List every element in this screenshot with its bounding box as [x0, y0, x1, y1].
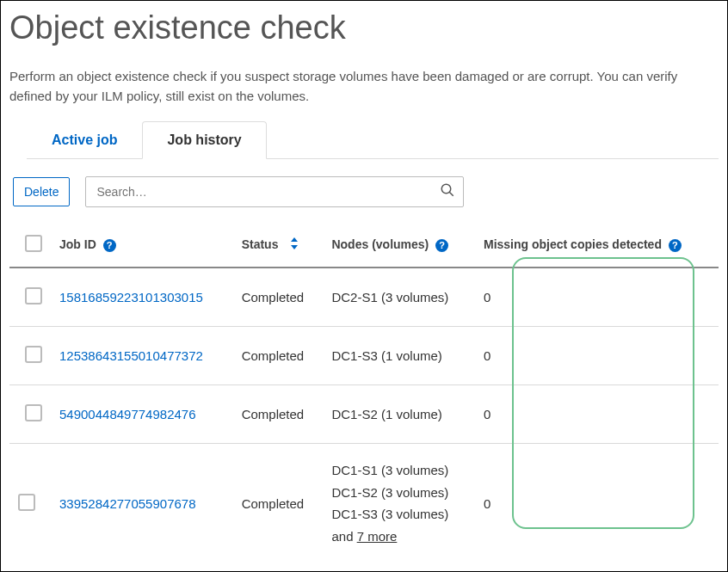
row-checkbox[interactable]: [25, 346, 42, 363]
row-checkbox[interactable]: [25, 287, 42, 304]
missing-cell: 0: [475, 327, 719, 385]
col-status[interactable]: Status: [233, 223, 324, 268]
missing-cell: 0: [475, 385, 719, 444]
table-row: 5490044849774982476CompletedDC1-S2 (1 vo…: [9, 385, 719, 444]
search-icon: [440, 182, 455, 201]
help-icon[interactable]: ?: [103, 239, 116, 252]
col-nodes[interactable]: Nodes (volumes) ?: [323, 223, 475, 268]
job-id-link[interactable]: 5490044849774982476: [59, 407, 196, 421]
nodes-cell: DC1-S3 (1 volume): [323, 327, 475, 385]
job-id-link[interactable]: 12538643155010477372: [59, 348, 203, 363]
row-checkbox[interactable]: [18, 494, 35, 511]
missing-cell: 0: [475, 444, 719, 563]
svg-point-0: [442, 184, 452, 194]
page-description: Perform an object existence check if you…: [9, 67, 719, 106]
table-row: 15816859223101303015CompletedDC2-S1 (3 v…: [9, 268, 719, 327]
page-title: Object existence check: [9, 9, 719, 46]
search-input[interactable]: [85, 176, 464, 207]
job-id-link[interactable]: 15816859223101303015: [59, 290, 203, 304]
job-history-table: Job ID ? Status Nodes (volumes) ?: [9, 223, 719, 563]
nodes-cell: DC1-S2 (1 volume): [323, 385, 475, 444]
status-cell: Completed: [233, 385, 324, 444]
nodes-cell: DC2-S1 (3 volumes): [323, 268, 475, 327]
svg-marker-3: [291, 245, 298, 249]
svg-line-1: [450, 192, 454, 196]
tabs: Active job Job history: [27, 121, 719, 159]
nodes-cell: DC1-S1 (3 volumes)DC1-S2 (3 volumes)DC1-…: [323, 444, 475, 563]
table-row: 12538643155010477372CompletedDC1-S3 (1 v…: [9, 327, 719, 385]
col-job-id[interactable]: Job ID ?: [51, 223, 233, 268]
status-cell: Completed: [233, 268, 324, 327]
help-icon[interactable]: ?: [669, 239, 682, 252]
tab-active-job[interactable]: Active job: [27, 121, 142, 159]
more-nodes-link[interactable]: 7 more: [357, 529, 398, 544]
table-row: 3395284277055907678CompletedDC1-S1 (3 vo…: [9, 444, 719, 563]
status-cell: Completed: [233, 444, 324, 563]
select-all-checkbox[interactable]: [25, 235, 42, 252]
col-missing[interactable]: Missing object copies detected ?: [475, 223, 719, 268]
status-cell: Completed: [233, 327, 324, 385]
row-checkbox[interactable]: [25, 404, 42, 421]
help-icon[interactable]: ?: [435, 239, 448, 252]
sort-icon[interactable]: [290, 237, 299, 252]
job-id-link[interactable]: 3395284277055907678: [59, 496, 196, 511]
delete-button[interactable]: Delete: [13, 177, 70, 206]
svg-marker-2: [291, 237, 298, 242]
tab-job-history[interactable]: Job history: [142, 121, 266, 159]
missing-cell: 0: [475, 268, 719, 327]
